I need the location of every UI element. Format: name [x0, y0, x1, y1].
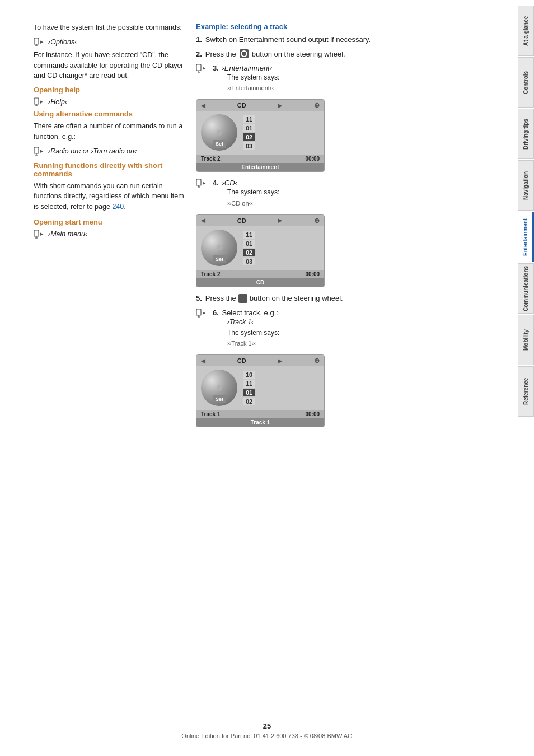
cd1-track-11: 11 [243, 115, 255, 123]
svg-text:▶: ▶ [203, 311, 206, 315]
svg-text:▶: ▶ [40, 149, 44, 153]
sidebar-tab-controls[interactable]: Controls [518, 57, 534, 108]
step-5-num: 5. [196, 294, 202, 302]
voice-icon-start: ▶ [34, 230, 46, 239]
page-footer: 25 Online Edition for Part no. 01 41 2 6… [0, 722, 534, 739]
cd3-track-11: 11 [243, 380, 255, 388]
start-command-row: ▶ ›Main menu‹ [34, 230, 185, 239]
cd2-label-bar: CD [196, 278, 324, 287]
cd1-track-01: 01 [243, 124, 255, 132]
cd3-track-01: 01 [243, 389, 255, 396]
sidebar-tab-entertainment[interactable]: Entertainment [518, 212, 534, 262]
cd1-tracks: 11 01 02 03 [243, 113, 255, 152]
cd3-track-10: 10 [243, 371, 255, 379]
step-6-prefix: Select track, e.g.: [222, 309, 278, 317]
cd2-disc-area: Set [200, 228, 239, 268]
step-1: 1. Switch on Entertainment sound output … [196, 35, 523, 44]
voice-icon-alt: ▶ [34, 147, 46, 156]
cd1-set-button: Set [213, 140, 226, 148]
cd3-label-bar: Track 1 [196, 418, 324, 427]
cd1-bottom-right: 00:00 [305, 156, 320, 162]
opening-help-heading: Opening help [34, 86, 185, 94]
svg-text:▶: ▶ [203, 181, 206, 185]
svg-rect-4 [34, 98, 39, 104]
options-cmd-text: ›Options‹ [48, 38, 77, 46]
cd2-right-arrow: ▶ [278, 217, 282, 223]
cd2-tracks: 11 01 02 03 [243, 228, 255, 268]
cd2-track-03: 03 [243, 258, 255, 265]
step-1-num: 1. [196, 35, 202, 44]
step-6: ▶ 6. Select track, e.g.: ›Track 1‹ The s… [196, 309, 523, 349]
cd1-disc-area: Set [200, 113, 239, 152]
step-2-text2: button on the steering wheel. [252, 50, 345, 58]
cd-player-2: ◀ CD ▶ ⊕ Set 11 01 02 03 [196, 214, 325, 287]
cd3-label: CD [237, 357, 246, 364]
svg-rect-16 [196, 64, 201, 71]
cd1-left-arrow: ◀ [201, 102, 205, 109]
svg-rect-8 [34, 147, 39, 153]
cd2-track-11: 11 [243, 231, 255, 239]
cd2-bottom-left: Track 2 [201, 271, 220, 277]
start-cmd-text: ›Main menu‹ [48, 230, 87, 238]
steering-wheel-btn-2 [238, 294, 247, 303]
sidebar-tabs: At a glance Controls Driving tips Naviga… [518, 0, 534, 756]
sidebar-tab-driving-tips[interactable]: Driving tips [518, 109, 534, 159]
page-number: 25 [0, 722, 534, 730]
cd3-settings: ⊕ [314, 357, 320, 365]
options-command-row: ▶ ›Options‹ [34, 38, 185, 46]
svg-text:▶: ▶ [40, 100, 44, 104]
step-2-num: 2. [196, 50, 202, 58]
sidebar-tab-reference[interactable]: Reference [518, 366, 534, 417]
using-alt-text: There are often a number of commands to … [34, 121, 185, 142]
for-instance-text: For instance, if you have selected "CD",… [34, 50, 185, 81]
footer-text: Online Edition for Part no. 01 41 2 600 … [0, 732, 534, 739]
sidebar-tab-mobility[interactable]: Mobility [518, 315, 534, 365]
step-4-cmd: ›CD‹ [222, 179, 237, 187]
help-cmd-text: ›Help‹ [48, 98, 67, 106]
help-command-row: ▶ ›Help‹ [34, 97, 185, 106]
cd2-set-button: Set [213, 255, 226, 263]
svg-text:▶: ▶ [40, 232, 44, 236]
running-heading: Running functions directly with short co… [34, 161, 185, 178]
voice-icon-step6: ▶ [196, 309, 208, 318]
cd2-label: CD [237, 217, 246, 224]
svg-rect-0 [34, 38, 39, 44]
step-5-text2: button on the steering wheel. [250, 294, 343, 302]
example-heading: Example: selecting a track [196, 22, 523, 31]
right-column: Example: selecting a track 1. Switch on … [196, 22, 523, 739]
sidebar-tab-at-a-glance[interactable]: At a glance [518, 6, 534, 56]
cd-player-1: ◀ CD ▶ ⊕ Set 11 01 02 03 [196, 99, 325, 172]
step-6-num: 6. [213, 309, 219, 317]
left-column: To have the system list the possible com… [34, 22, 185, 739]
sidebar-tab-navigation[interactable]: Navigation [518, 160, 534, 211]
steering-wheel-btn-1 [240, 49, 249, 58]
alt-command-row: ▶ ›Radio on‹ or ›Turn radio on‹ [34, 147, 185, 156]
step-3-cmd: ›Entertainment‹ [222, 64, 272, 72]
step-3-says-response: ››Entertainment‹‹ [227, 85, 274, 91]
sidebar-tab-communications[interactable]: Communications [518, 263, 534, 314]
step-5: 5. Press the button on the steering whee… [196, 294, 523, 303]
svg-text:▶: ▶ [203, 66, 206, 70]
alt-cmd-text: ›Radio on‹ or ›Turn radio on‹ [48, 147, 137, 155]
svg-rect-12 [34, 230, 39, 236]
svg-rect-24 [196, 309, 201, 315]
cd3-bottom-left: Track 1 [201, 411, 220, 417]
cd3-right-arrow: ▶ [278, 358, 282, 364]
cd3-set-button: Set [213, 395, 226, 403]
step-3-says-label: The system says: [227, 73, 279, 81]
step-1-text: Switch on Entertainment sound output if … [205, 35, 371, 44]
cd1-right-arrow: ▶ [278, 102, 282, 109]
cd2-left-arrow: ◀ [201, 217, 205, 223]
step-6-cmd: ›Track 1‹ [227, 318, 254, 326]
cd3-tracks: 10 11 01 02 [243, 368, 255, 408]
cd1-label: CD [237, 102, 246, 109]
opening-start-heading: Opening start menu [34, 218, 185, 226]
step-6-says-response: ››Track 1‹‹ [227, 340, 256, 347]
cd2-bottom-right: 00:00 [305, 271, 320, 277]
voice-icon-options: ▶ [34, 38, 46, 46]
step-4: ▶ 4. ›CD‹ The system says: ››CD on‹‹ [196, 179, 523, 208]
cd1-track-02: 02 [243, 133, 255, 141]
page-ref-link[interactable]: 240 [112, 203, 124, 211]
step-2: 2. Press the button on the steering whee… [196, 49, 523, 58]
voice-icon-help: ▶ [34, 97, 46, 106]
